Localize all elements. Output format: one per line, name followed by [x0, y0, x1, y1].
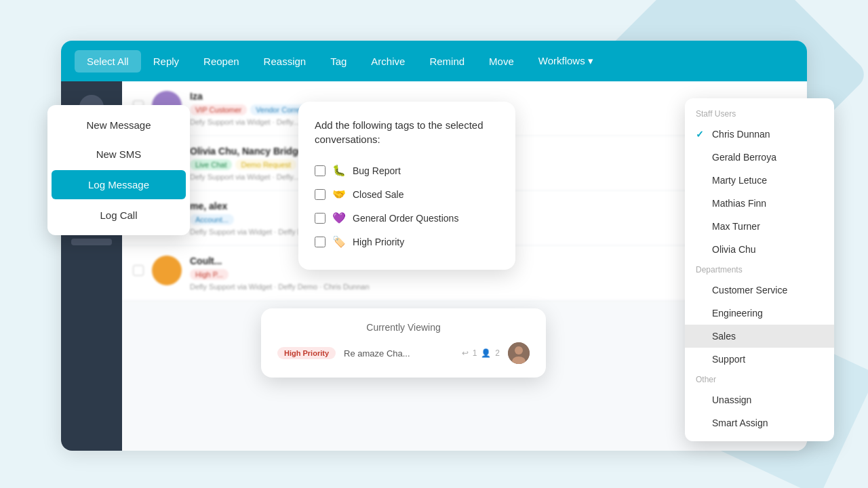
staff-chris-dunnan[interactable]: ✓ Chris Dunnan [685, 123, 834, 146]
log-call-item[interactable]: Log Call [47, 201, 190, 230]
tag-option-general-order[interactable]: 💜 General Order Questions [315, 206, 499, 230]
viewing-text: Re amaze Cha... [344, 348, 454, 359]
viewer-icon: 👤 [481, 348, 491, 358]
high-priority-emoji: 🏷️ [332, 235, 346, 248]
tag-checkbox-general-order[interactable] [315, 213, 326, 224]
viewing-user-avatar [508, 342, 530, 364]
reassign-button[interactable]: Reassign [252, 50, 319, 73]
viewing-icons: ↩ 1 👤 2 [462, 348, 500, 358]
dept-name: Engineering [712, 308, 763, 319]
select-all-button[interactable]: Select All [75, 50, 141, 73]
tag-option-closed-sale[interactable]: 🤝 Closed Sale [315, 182, 499, 206]
staff-mathias-finn[interactable]: Mathias Finn [685, 192, 834, 215]
log-message-item[interactable]: Log Message [52, 170, 186, 199]
checkmark-icon: ✓ [696, 129, 707, 140]
staff-olivia-chu[interactable]: Olivia Chu [685, 238, 834, 261]
closed-sale-emoji: 🤝 [332, 188, 346, 201]
other-name: Smart Assign [712, 418, 768, 428]
sidebar-label-3 [71, 239, 112, 245]
staff-section-title: Staff Users [685, 105, 834, 123]
new-message-dropdown: New Message New SMS Log Message Log Call [47, 105, 190, 235]
dept-sales[interactable]: Sales [685, 325, 834, 348]
new-sms-item[interactable]: New SMS [47, 140, 190, 169]
tag-popup: Add the following tags to the selected c… [298, 102, 515, 270]
workflows-button[interactable]: Workflows ▾ [526, 49, 606, 73]
dept-name: Support [712, 354, 745, 365]
tag-option-high-priority[interactable]: 🏷️ High Priority [315, 230, 499, 253]
dept-support[interactable]: Support [685, 348, 834, 371]
reply-icon: ↩ [462, 348, 469, 358]
other-name: Unassign [712, 394, 751, 405]
tag-option-bug[interactable]: 🐛 Bug Report [315, 159, 499, 182]
tag-label-bug: Bug Report [353, 165, 401, 176]
other-section-title: Other [685, 371, 834, 388]
new-message-item[interactable]: New Message [47, 110, 190, 140]
reply-count: 1 [473, 348, 477, 358]
tag-account: Account... [190, 214, 234, 225]
dept-name: Customer Service [712, 285, 787, 296]
tag-checkbox-high-priority[interactable] [315, 237, 326, 247]
reply-button[interactable]: Reply [141, 50, 191, 73]
staff-marty-letuce[interactable]: Marty Letuce [685, 169, 834, 192]
bug-emoji: 🐛 [332, 164, 346, 177]
svg-point-1 [515, 346, 523, 354]
tag-button[interactable]: Tag [318, 50, 359, 73]
staff-gerald-berroya[interactable]: Gerald Berroya [685, 146, 834, 169]
staff-name: Max Turner [712, 221, 760, 232]
reassign-dropdown: Staff Users ✓ Chris Dunnan Gerald Berroy… [685, 98, 834, 441]
departments-section-title: Departments [685, 261, 834, 279]
high-priority-tag: High Priority [277, 347, 336, 359]
tag-checkbox-closed-sale[interactable] [315, 189, 326, 200]
staff-name: Olivia Chu [712, 244, 756, 255]
tag-high: High P... [190, 269, 229, 280]
tag-label-high-priority: High Priority [353, 237, 404, 247]
viewer-count: 2 [495, 348, 500, 358]
tag-popup-title: Add the following tags to the selected c… [315, 118, 499, 146]
staff-name: Marty Letuce [712, 175, 767, 186]
other-smart-assign[interactable]: Smart Assign [685, 411, 834, 434]
staff-name: Chris Dunnan [712, 129, 770, 140]
tag-live: Live Chat [190, 159, 232, 170]
dept-customer-service[interactable]: Customer Service [685, 279, 834, 302]
general-order-emoji: 💜 [332, 211, 346, 224]
dept-engineering[interactable]: Engineering [685, 302, 834, 325]
tag-demo: Demo Request [235, 159, 296, 170]
avatar [152, 256, 182, 285]
tag-checkbox-bug[interactable] [315, 165, 326, 176]
archive-button[interactable]: Archive [359, 50, 417, 73]
staff-name: Gerald Berroya [712, 152, 776, 163]
staff-max-turner[interactable]: Max Turner [685, 215, 834, 238]
viewing-title: Currently Viewing [277, 322, 530, 333]
checkbox-4[interactable] [133, 265, 144, 276]
toolbar: Select All Reply Reopen Reassign Tag Arc… [61, 41, 807, 81]
dept-name: Sales [712, 331, 736, 342]
viewing-content: High Priority Re amaze Cha... ↩ 1 👤 2 [277, 342, 530, 364]
tag-label-general-order: General Order Questions [353, 213, 458, 224]
other-unassign[interactable]: Unassign [685, 388, 834, 411]
tag-vip: VIP Customer [190, 104, 247, 115]
move-button[interactable]: Move [477, 50, 526, 73]
staff-name: Mathias Finn [712, 198, 766, 209]
remind-button[interactable]: Remind [417, 50, 477, 73]
reopen-button[interactable]: Reopen [191, 50, 252, 73]
currently-viewing-popup: Currently Viewing High Priority Re amaze… [261, 308, 546, 378]
tag-label-closed-sale: Closed Sale [353, 189, 404, 200]
